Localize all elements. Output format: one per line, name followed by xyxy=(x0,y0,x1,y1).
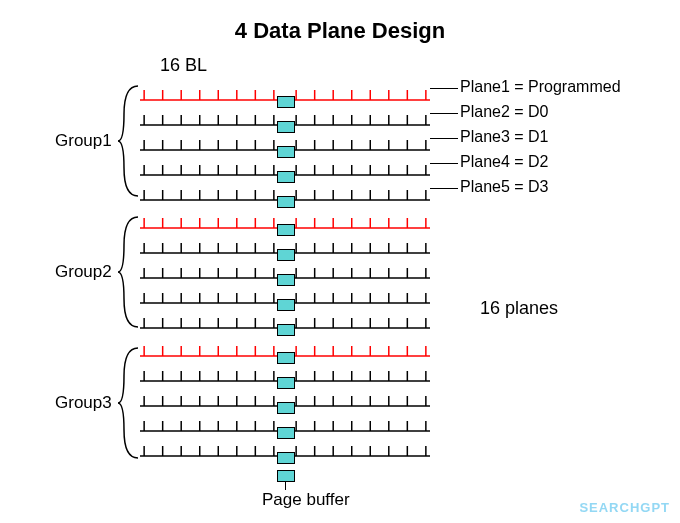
plane-row xyxy=(140,283,430,305)
leader-line xyxy=(430,163,458,164)
plane-row xyxy=(140,336,430,358)
plane-row xyxy=(140,130,430,152)
leader-line xyxy=(430,138,458,139)
plane-row xyxy=(140,233,430,255)
group1-label: Group1 xyxy=(55,131,112,151)
plane-row xyxy=(140,386,430,408)
page-buffer-icon xyxy=(277,96,295,108)
group3-bracket xyxy=(118,344,140,462)
watermark: SEARCHGPT xyxy=(579,500,670,515)
plane-row xyxy=(140,80,430,102)
plane-group xyxy=(140,208,430,330)
group2-bracket xyxy=(118,213,140,331)
page-buffer-icon xyxy=(277,274,295,286)
page-buffer-icon xyxy=(277,452,295,464)
bl-count-label: 16 BL xyxy=(160,55,207,76)
plane-row xyxy=(140,308,430,330)
plane-row xyxy=(140,411,430,433)
plane4-label: Plane4 = D2 xyxy=(460,153,549,171)
leader-line xyxy=(430,188,458,189)
plane-row xyxy=(140,436,430,458)
plane-diagram xyxy=(140,80,430,464)
page-buffer-icon xyxy=(277,121,295,133)
page-buffer-icon xyxy=(277,299,295,311)
planes-count-label: 16 planes xyxy=(480,298,558,319)
group1-bracket xyxy=(118,82,140,200)
plane-row xyxy=(140,105,430,127)
page-buffer-icon xyxy=(277,427,295,439)
page-buffer-icon xyxy=(277,249,295,261)
plane-group xyxy=(140,80,430,202)
page-buffer-icon xyxy=(277,171,295,183)
page-buffer-icon xyxy=(277,402,295,414)
page-buffer-icon xyxy=(277,377,295,389)
plane-row xyxy=(140,180,430,202)
page-buffer-icon xyxy=(277,146,295,158)
leader-line xyxy=(285,482,286,490)
leader-line xyxy=(430,88,458,89)
plane5-label: Plane5 = D3 xyxy=(460,178,549,196)
page-buffer-icon xyxy=(277,470,295,482)
plane3-label: Plane3 = D1 xyxy=(460,128,549,146)
plane2-label: Plane2 = D0 xyxy=(460,103,549,121)
page-buffer-icon xyxy=(277,196,295,208)
diagram-title: 4 Data Plane Design xyxy=(0,18,680,44)
page-buffer-icon xyxy=(277,324,295,336)
plane-row xyxy=(140,258,430,280)
page-buffer-label: Page buffer xyxy=(262,490,350,510)
group3-label: Group3 xyxy=(55,393,112,413)
group2-label: Group2 xyxy=(55,262,112,282)
plane-row xyxy=(140,208,430,230)
plane-row xyxy=(140,361,430,383)
plane1-label: Plane1 = Programmed xyxy=(460,78,621,96)
page-buffer-icon xyxy=(277,352,295,364)
page-buffer-icon xyxy=(277,224,295,236)
plane-group xyxy=(140,336,430,458)
leader-line xyxy=(430,113,458,114)
plane-row xyxy=(140,155,430,177)
